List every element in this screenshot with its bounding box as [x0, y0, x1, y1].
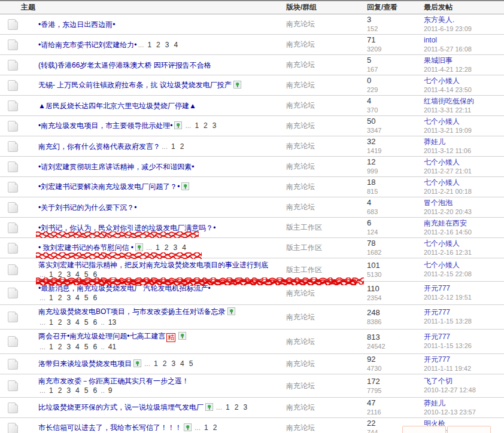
page-link-2[interactable]: 2 — [156, 41, 160, 49]
thread-title-link[interactable]: 南充幻，你有什么资格代表政府发言？ — [38, 142, 160, 151]
page-link-4[interactable]: 4 — [182, 243, 186, 252]
lastpost-user-link[interactable]: 开元777 — [424, 333, 504, 341]
page-link-2[interactable]: 2 — [58, 343, 62, 351]
forum-link[interactable]: 南充论坛 — [286, 203, 315, 211]
lastpost-user-link[interactable]: 飞了个切 — [424, 377, 504, 386]
forum-link[interactable]: 南充论坛 — [286, 382, 315, 390]
thread-title-link[interactable]: •南充垃圾发电项目，市主要领导批示处理• — [38, 121, 172, 130]
forum-link[interactable]: 南充论坛 — [286, 423, 315, 432]
page-link-1[interactable]: 1 — [154, 359, 158, 368]
page-link-4[interactable]: 4 — [75, 294, 80, 302]
page-link-6[interactable]: 6 — [93, 270, 97, 279]
page-link-2[interactable]: 2 — [58, 386, 62, 395]
lastpost-user-link[interactable]: intol — [424, 36, 504, 45]
forum-link[interactable]: 南充论坛 — [286, 60, 315, 69]
thread-title-link[interactable]: ▲居民反烧长达四年北京六里屯垃圾焚烧厂停建▲ — [38, 102, 196, 110]
page-link-5[interactable]: 5 — [84, 343, 89, 351]
page-link-1[interactable]: 1 — [195, 121, 199, 130]
page-link-6[interactable]: 6 — [93, 343, 97, 351]
footer-button-1[interactable] — [402, 426, 446, 433]
page-link-9[interactable]: 9 — [108, 386, 113, 395]
thread-title-link[interactable]: 两会召开•南充垃圾处理问题•七高工建言 — [38, 332, 165, 340]
page-link-1[interactable]: 1 — [204, 423, 208, 432]
lastpost-user-link[interactable]: 莽娃儿 — [424, 399, 504, 408]
lastpost-user-link[interactable]: 冒个泡泡 — [424, 199, 504, 208]
page-link-3[interactable]: 3 — [212, 121, 217, 130]
footer-button-2[interactable] — [447, 426, 491, 433]
page-link-5[interactable]: 5 — [84, 386, 89, 395]
lastpost-user-link[interactable]: 七个小矮人 — [424, 239, 504, 248]
page-link-2[interactable]: 2 — [235, 403, 239, 411]
thread-title-link[interactable]: 无锡- 上万民众前往镇政府拉布条，抗 议垃圾焚烧发电厂投产 — [38, 81, 232, 89]
thread-title-link[interactable]: 落实刘宏建书记指示精神，把反对南充垃圾焚烧发电项目的事业进行到底 — [38, 261, 268, 269]
page-link-6[interactable]: 6 — [93, 386, 97, 395]
forum-link[interactable]: 南充论坛 — [286, 40, 315, 48]
thread-title-link[interactable]: •关于刘书记的为什么要下沉？• — [38, 203, 136, 212]
forum-link[interactable]: 南充论坛 — [286, 101, 315, 109]
lastpost-user-link[interactable]: 七个小矮人 — [424, 178, 504, 187]
thread-title-link[interactable]: •请给南充市委书记刘宏建给力• — [38, 41, 136, 49]
thread-title-link[interactable]: •最新消息，南充垃圾焚烧发电厂 汽轮发电机招标流产• — [38, 284, 211, 292]
forum-link[interactable]: 南充论坛 — [286, 359, 315, 368]
page-link-3[interactable]: 3 — [165, 41, 169, 49]
page-link-2[interactable]: 2 — [58, 270, 62, 279]
forum-link[interactable]: 版主工作区 — [286, 223, 322, 231]
thread-title-link[interactable]: 比垃圾焚烧更环保的方式，说一说垃圾填埋气发电厂 — [38, 403, 204, 411]
page-link-1[interactable]: 1 — [156, 243, 160, 252]
page-link-4[interactable]: 4 — [75, 343, 80, 351]
page-link-13[interactable]: 13 — [108, 318, 116, 327]
page-link-1[interactable]: 1 — [147, 41, 151, 49]
page-link-1[interactable]: 1 — [49, 343, 53, 351]
lastpost-user-link[interactable]: 七个小矮人 — [424, 77, 504, 86]
forum-link[interactable]: 南充论坛 — [286, 403, 315, 411]
forum-link[interactable]: 南充论坛 — [286, 162, 315, 170]
thread-title-link[interactable]: •香港，东边日出西边雨• — [38, 20, 115, 29]
page-link-5[interactable]: 5 — [84, 294, 89, 302]
lastpost-user-link[interactable]: 开元777 — [424, 355, 504, 364]
page-link-5[interactable]: 5 — [189, 359, 193, 368]
page-link-1[interactable]: 1 — [49, 270, 53, 279]
page-link-1[interactable]: 1 — [49, 294, 53, 302]
forum-link[interactable]: 版主工作区 — [286, 266, 322, 274]
thread-title-link[interactable]: •刘书记，你认为，民众对你引进的垃圾发电厂满意吗？• — [38, 224, 215, 232]
forum-link[interactable]: 南充论坛 — [286, 337, 315, 346]
forum-link[interactable]: 南充论坛 — [286, 289, 315, 297]
page-link-2[interactable]: 2 — [204, 121, 208, 130]
page-link-3[interactable]: 3 — [171, 359, 175, 368]
lastpost-user-link[interactable]: 七个小矮人 — [424, 261, 504, 270]
thread-title-link[interactable]: 洛带归来谈垃圾焚烧发电项目 — [38, 359, 132, 368]
thread-title-link[interactable]: (转载)香港66岁老太逼停港珠澳大桥 因环评报告不合格 — [38, 61, 211, 69]
page-link-4[interactable]: 4 — [180, 359, 184, 368]
page-link-6[interactable]: 6 — [93, 294, 97, 302]
page-link-4[interactable]: 4 — [75, 318, 80, 327]
lastpost-user-link[interactable]: 七个小矮人 — [424, 117, 504, 126]
page-link-5[interactable]: 5 — [84, 318, 89, 327]
lastpost-user-link[interactable]: 开元777 — [424, 284, 504, 293]
forum-link[interactable]: 南充论坛 — [286, 121, 315, 130]
page-link-3[interactable]: 3 — [66, 386, 71, 395]
forum-link[interactable]: 南充论坛 — [286, 313, 315, 321]
lastpost-user-link[interactable]: 七个小矮人 — [424, 158, 504, 167]
page-link-1[interactable]: 1 — [226, 403, 230, 411]
forum-link[interactable]: 南充论坛 — [286, 182, 315, 191]
forum-link[interactable]: 版主工作区 — [286, 243, 322, 252]
page-link-5[interactable]: 5 — [84, 270, 89, 279]
lastpost-user-link[interactable]: 南充娃在西安 — [424, 219, 504, 228]
page-link-3[interactable]: 3 — [66, 270, 71, 279]
page-link-2[interactable]: 2 — [213, 423, 217, 432]
lastpost-user-link[interactable]: 果城旧事 — [424, 56, 504, 65]
lastpost-user-link[interactable]: 开元777 — [424, 308, 504, 317]
thread-title-link[interactable]: •刘宏建书记要解决南充垃圾发电厂问题了？• — [38, 182, 180, 191]
page-link-2[interactable]: 2 — [165, 243, 169, 252]
page-link-1[interactable]: 1 — [49, 318, 53, 327]
page-link-4[interactable]: 4 — [75, 270, 80, 279]
thread-title-link[interactable]: •请刘宏建贯彻胡主席讲话精神，减少不和谐因素• — [38, 163, 194, 171]
forum-link[interactable]: 南充论坛 — [286, 81, 315, 89]
lastpost-user-link[interactable]: 莽娃儿 — [424, 138, 504, 147]
page-link-2[interactable]: 2 — [58, 294, 62, 302]
lastpost-user-link[interactable]: 东方美人. — [424, 16, 504, 25]
thread-title-link[interactable]: • 致刘宏建书记的春节慰问信 • — [38, 243, 133, 252]
page-link-3[interactable]: 3 — [66, 343, 71, 351]
thread-title-link[interactable]: 南充垃圾焚烧发电BOT项目，与市发改委扬主任对话备忘录 — [38, 307, 226, 316]
page-link-2[interactable]: 2 — [180, 142, 184, 151]
